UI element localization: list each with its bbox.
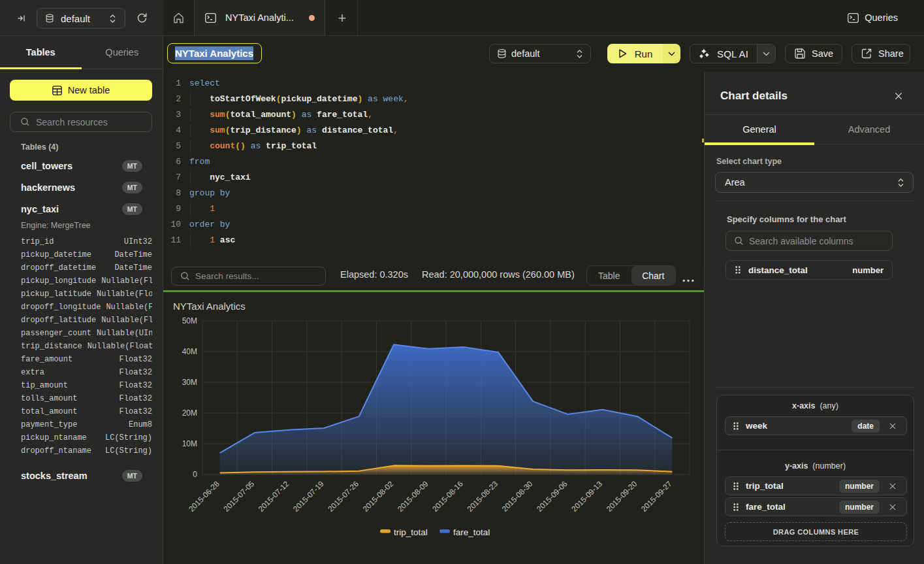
svg-text:trip_total: trip_total: [394, 527, 428, 537]
svg-text:2015-07-05: 2015-07-05: [221, 479, 256, 514]
svg-text:2015-09-27: 2015-09-27: [639, 479, 674, 514]
svg-text:2015-08-30: 2015-08-30: [500, 479, 535, 514]
svg-text:2015-08-02: 2015-08-02: [361, 479, 396, 514]
svg-text:40M: 40M: [182, 347, 197, 356]
svg-text:20M: 20M: [182, 408, 197, 418]
svg-text:0: 0: [193, 470, 197, 479]
svg-text:2015-08-16: 2015-08-16: [430, 479, 465, 514]
svg-text:2015-07-26: 2015-07-26: [326, 479, 360, 514]
svg-text:10M: 10M: [182, 439, 197, 448]
svg-text:2015-08-23: 2015-08-23: [465, 479, 500, 514]
svg-text:2015-09-20: 2015-09-20: [605, 479, 639, 514]
svg-text:NYTaxi Analytics: NYTaxi Analytics: [173, 301, 246, 312]
svg-text:2015-08-09: 2015-08-09: [396, 479, 430, 514]
svg-text:2015-07-12: 2015-07-12: [257, 479, 291, 514]
svg-text:2015-07-19: 2015-07-19: [291, 479, 326, 514]
svg-text:2015-06-28: 2015-06-28: [187, 479, 221, 514]
svg-text:fare_total: fare_total: [453, 527, 490, 537]
svg-text:30M: 30M: [182, 378, 197, 387]
svg-text:50M: 50M: [182, 316, 197, 325]
svg-text:2015-09-13: 2015-09-13: [569, 479, 604, 514]
svg-text:2015-09-06: 2015-09-06: [535, 479, 569, 514]
